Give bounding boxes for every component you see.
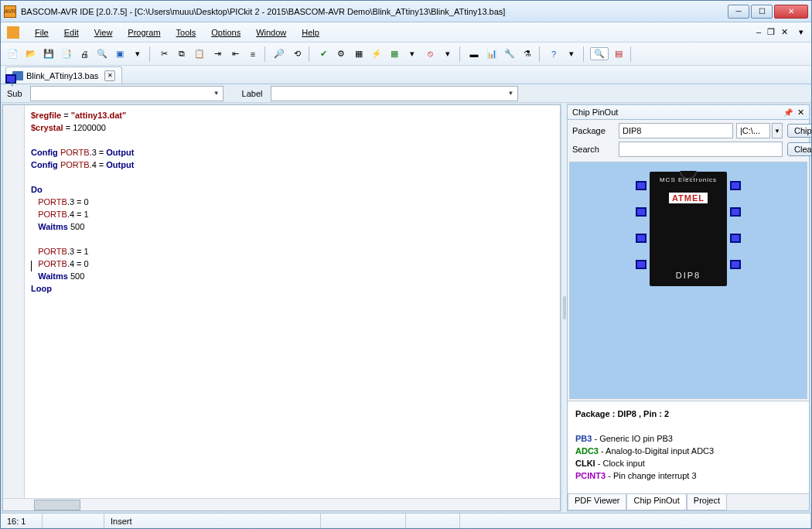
- mdi-close-icon[interactable]: ✕: [780, 27, 790, 37]
- navigation-bar: Sub ▼ Label ▼: [1, 84, 811, 103]
- mdi-minimize-icon[interactable]: –: [755, 27, 763, 37]
- titlebar: AVR BASCOM-AVR IDE [2.0.7.5] - [C:\Users…: [1, 1, 811, 22]
- preview-icon[interactable]: 🔍: [94, 46, 110, 62]
- minimize-button[interactable]: ─: [728, 5, 749, 19]
- pin-1[interactable]: [636, 181, 647, 190]
- chevron-down-icon: ▼: [213, 90, 220, 97]
- save-all-icon[interactable]: 📑: [59, 46, 74, 62]
- label-label: Label: [239, 89, 266, 98]
- save-icon[interactable]: 💾: [41, 46, 56, 62]
- menu-program[interactable]: Program: [120, 26, 168, 39]
- status-cell-5: [406, 514, 460, 528]
- menu-edit[interactable]: Edit: [56, 26, 87, 39]
- mdi-restore-icon[interactable]: ❐: [766, 27, 776, 37]
- pin-6[interactable]: [730, 234, 741, 243]
- list-icon[interactable]: ≡: [245, 46, 261, 62]
- chip-icon[interactable]: ▦: [351, 46, 367, 62]
- project-icon[interactable]: ▣: [112, 46, 128, 62]
- scope-icon[interactable]: 📊: [484, 46, 500, 62]
- menu-options[interactable]: Options: [203, 26, 248, 39]
- dropdown3-icon[interactable]: ▾: [440, 46, 455, 62]
- tab-chip-pinout[interactable]: Chip PinOut: [626, 494, 686, 510]
- package-input[interactable]: [619, 123, 733, 138]
- indent-icon[interactable]: ⇥: [210, 46, 225, 62]
- maximize-button[interactable]: ☐: [751, 5, 773, 19]
- label-combo[interactable]: ▼: [271, 86, 518, 101]
- terminal-icon[interactable]: ▬: [466, 46, 482, 62]
- status-mode: Insert: [104, 514, 321, 528]
- editor-gutter: [3, 105, 25, 498]
- chip-logo: ATMEL: [669, 193, 708, 203]
- tool1-icon[interactable]: 🔧: [502, 46, 517, 62]
- code-editor[interactable]: $regfile = "attiny13.dat" $crystal = 120…: [25, 105, 560, 498]
- pin-5[interactable]: [730, 260, 741, 269]
- menu-window[interactable]: Window: [248, 26, 294, 39]
- new-file-icon[interactable]: 📄: [5, 46, 21, 62]
- search-label: Search: [572, 145, 614, 154]
- menu-view[interactable]: View: [87, 26, 121, 39]
- file-tabs: Blink_ATtiny13.bas ✕ ▿: [1, 66, 811, 84]
- toolbar: 📄 📂 💾 📑 🖨 🔍 ▣ ▾ ✂ ⧉ 📋 ⇥ ⇤ ≡ 🔎 ⟲ ✔ ⚙ ▦ ⚡ …: [1, 43, 811, 66]
- pdf-icon[interactable]: ▤: [611, 46, 626, 62]
- status-cell-4: [321, 514, 406, 528]
- tabbar-overflow-icon[interactable]: ▿: [5, 74, 16, 84]
- statusbar: 16: 1 Insert: [1, 513, 811, 528]
- path-dropdown-icon[interactable]: ▼: [772, 123, 783, 138]
- toolbar-dropdown-icon[interactable]: ▾: [797, 27, 805, 37]
- chevron-down-icon: ▼: [508, 90, 514, 97]
- print-icon[interactable]: 🖨: [77, 46, 92, 62]
- sub-combo[interactable]: ▼: [30, 86, 223, 101]
- tab-project[interactable]: Project: [687, 494, 727, 510]
- menu-file[interactable]: File: [27, 26, 56, 39]
- dropdown-icon[interactable]: ▾: [130, 46, 145, 62]
- chip-body: MCS Electronics ATMEL DIP8: [650, 172, 727, 286]
- search-box[interactable]: 🔍: [590, 47, 609, 60]
- scrollbar-thumb[interactable]: [34, 500, 80, 510]
- side-panel: Chip PinOut 📌 ✕ Package ▼ Chip Search Se…: [567, 104, 810, 511]
- menu-help[interactable]: Help: [294, 26, 327, 39]
- side-tabs: PDF Viewer Chip PinOut Project: [568, 493, 809, 510]
- window-title: BASCOM-AVR IDE [2.0.7.5] - [C:\Users\muu…: [21, 7, 728, 16]
- pin-3[interactable]: [636, 234, 647, 243]
- side-panel-title: Chip PinOut 📌 ✕: [567, 104, 810, 120]
- pin-8[interactable]: [730, 181, 741, 190]
- sub-label: Sub: [4, 89, 26, 98]
- status-cell-6: [460, 514, 811, 528]
- tab-pdf-viewer[interactable]: PDF Viewer: [568, 494, 626, 510]
- dropdown2-icon[interactable]: ▾: [404, 46, 420, 62]
- clear-pin-button[interactable]: Clear Pin HL: [787, 142, 812, 156]
- app-icon: AVR: [4, 5, 16, 18]
- side-close-icon[interactable]: ✕: [797, 108, 804, 118]
- pin-4[interactable]: [636, 260, 647, 269]
- help-icon[interactable]: ?: [546, 46, 561, 62]
- tab-close-icon[interactable]: ✕: [104, 70, 115, 81]
- cut-icon[interactable]: ✂: [156, 46, 172, 62]
- find-icon[interactable]: 🔎: [271, 46, 287, 62]
- open-file-icon[interactable]: 📂: [23, 46, 39, 62]
- replace-icon[interactable]: ⟲: [289, 46, 305, 62]
- pin-icon[interactable]: 📌: [783, 108, 793, 117]
- text-cursor: [31, 261, 32, 271]
- pin-2[interactable]: [636, 207, 647, 217]
- status-cell-2: [43, 514, 104, 528]
- status-position: 16: 1: [1, 514, 43, 528]
- tool2-icon[interactable]: ⚗: [520, 46, 535, 62]
- file-tab[interactable]: Blink_ATtiny13.bas ✕: [5, 67, 122, 84]
- dropdown4-icon[interactable]: ▾: [564, 46, 579, 62]
- stop-icon[interactable]: ⦸: [422, 46, 438, 62]
- program-icon[interactable]: ▦: [387, 46, 402, 62]
- search-input[interactable]: [619, 142, 783, 157]
- check-icon[interactable]: ✔: [316, 46, 331, 62]
- chip-diagram[interactable]: MCS Electronics ATMEL DIP8: [569, 162, 807, 399]
- pin-7[interactable]: [730, 207, 741, 217]
- outdent-icon[interactable]: ⇤: [227, 46, 243, 62]
- menu-tools[interactable]: Tools: [169, 26, 204, 39]
- compile-icon[interactable]: ⚙: [333, 46, 349, 62]
- editor-hscroll[interactable]: [3, 498, 560, 510]
- close-button[interactable]: ✕: [774, 5, 808, 19]
- paste-icon[interactable]: 📋: [192, 46, 207, 62]
- flash-icon[interactable]: ⚡: [369, 46, 384, 62]
- copy-icon[interactable]: ⧉: [174, 46, 189, 62]
- chip-search-button[interactable]: Chip Search: [787, 124, 812, 138]
- path-input[interactable]: [736, 123, 770, 138]
